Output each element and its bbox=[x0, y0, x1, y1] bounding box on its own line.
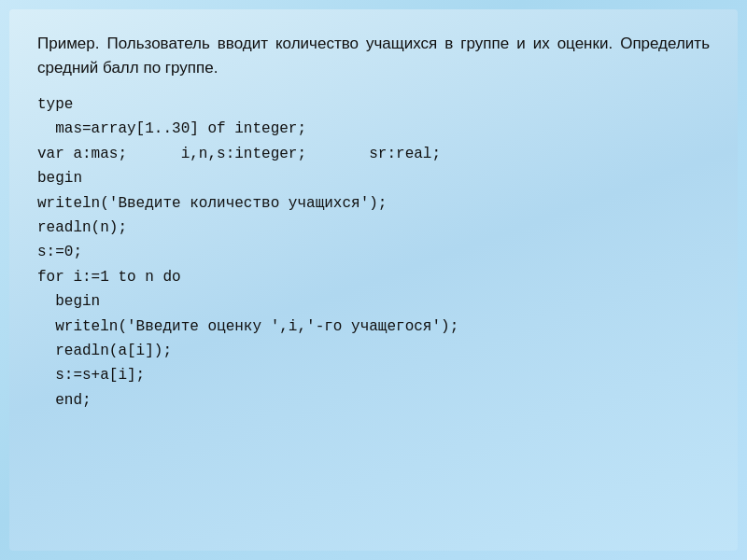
code-line-7: for i:=1 to n do bbox=[37, 265, 710, 289]
code-line-4: writeln('Введите количество учащихся'); bbox=[37, 191, 710, 216]
code-line-8: begin bbox=[37, 289, 710, 314]
code-line-3: begin bbox=[37, 166, 710, 190]
description-text: Пример. Пользователь вводит количество у… bbox=[37, 32, 710, 79]
code-line-1: mas=array[1..30] of integer; bbox=[37, 117, 710, 141]
code-line-0: type bbox=[37, 92, 710, 117]
code-line-9: writeln('Введите оценку ',i,'-го учащего… bbox=[37, 315, 710, 339]
code-line-11: s:=s+a[i]; bbox=[37, 363, 710, 387]
code-line-6: s:=0; bbox=[37, 240, 710, 264]
code-line-2: var a:mas; i,n,s:integer; sr:real; bbox=[37, 142, 710, 166]
slide: Пример. Пользователь вводит количество у… bbox=[9, 9, 738, 551]
code-block: type mas=array[1..30] of integer;var a:m… bbox=[37, 92, 710, 413]
code-line-10: readln(a[i]); bbox=[37, 339, 710, 363]
code-line-12: end; bbox=[37, 388, 710, 413]
code-line-5: readln(n); bbox=[37, 216, 710, 240]
